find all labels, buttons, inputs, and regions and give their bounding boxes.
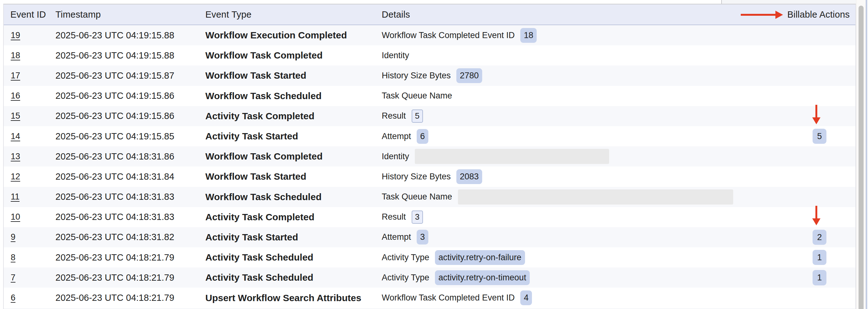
detail-label: Task Queue Name [382, 91, 452, 101]
event-id-link[interactable]: 18 [11, 51, 20, 60]
table-row[interactable]: 18 2025-06-23 UTC 04:19:15.88 Workflow T… [4, 45, 856, 65]
detail-label: Activity Type [382, 253, 429, 263]
details-cell: History Size Bytes 2780 [382, 65, 748, 85]
vertical-scrollbar-track[interactable] [856, 0, 866, 309]
details-cell: Workflow Task Completed Event ID 4 [382, 287, 748, 308]
billable-actions-cell [794, 146, 845, 167]
event-type-cell: Workflow Task Completed [205, 45, 322, 65]
event-type-cell: Activity Task Started [205, 227, 298, 247]
details-cell: Attempt 6 [382, 126, 748, 146]
column-header-timestamp: Timestamp [56, 4, 101, 25]
event-id-cell: 13 [11, 146, 20, 167]
event-id-link[interactable]: 7 [11, 273, 16, 282]
event-id-link[interactable]: 16 [11, 91, 20, 101]
table-row[interactable]: 16 2025-06-23 UTC 04:19:15.86 Workflow T… [4, 86, 856, 106]
table-row[interactable]: 9 2025-06-23 UTC 04:18:31.82 Activity Ta… [4, 227, 856, 247]
event-id-cell: 16 [11, 86, 20, 106]
event-id-link[interactable]: 17 [11, 71, 20, 80]
detail-label: History Size Bytes [382, 71, 451, 80]
event-id-cell: 7 [11, 268, 16, 287]
table-body: 19 2025-06-23 UTC 04:19:15.88 Workflow E… [4, 25, 856, 309]
detail-value-badge: 4 [520, 290, 532, 305]
event-id-link[interactable]: 19 [11, 31, 20, 40]
event-id-cell: 10 [11, 207, 20, 227]
event-id-cell: 6 [11, 287, 16, 308]
table-row[interactable]: 17 2025-06-23 UTC 04:19:15.87 Workflow T… [4, 65, 856, 85]
detail-label: Attempt [382, 232, 411, 242]
event-id-link[interactable]: 10 [11, 212, 20, 222]
table-row[interactable]: 11 2025-06-23 UTC 04:18:31.83 Workflow T… [4, 187, 856, 207]
event-id-cell: 15 [11, 106, 20, 126]
details-cell: Task Queue Name [382, 86, 748, 106]
table-row[interactable]: 8 2025-06-23 UTC 04:18:21.79 Activity Ta… [4, 247, 856, 268]
details-cell: Identity [382, 146, 748, 167]
event-type-cell: Workflow Task Started [205, 65, 306, 85]
vertical-scrollbar-thumb[interactable] [859, 6, 864, 309]
event-id-link[interactable]: 15 [11, 111, 20, 121]
detail-label: Task Queue Name [382, 192, 452, 202]
table-row[interactable]: 19 2025-06-23 UTC 04:19:15.88 Workflow E… [4, 25, 856, 45]
event-id-cell: 11 [11, 187, 20, 207]
event-id-link[interactable]: 14 [11, 132, 20, 141]
table-row[interactable]: 12 2025-06-23 UTC 04:18:31.84 Workflow T… [4, 167, 856, 186]
timestamp-cell: 2025-06-23 UTC 04:18:21.79 [56, 247, 174, 268]
details-cell: Workflow Task Completed Event ID 18 [382, 25, 748, 45]
event-type-cell: Activity Task Started [205, 126, 298, 146]
billable-actions-badge: 5 [812, 129, 827, 144]
event-id-link[interactable]: 11 [11, 192, 20, 202]
detail-label: Identity [382, 51, 409, 60]
detail-value-badge: 3 [412, 210, 423, 224]
event-id-cell: 19 [11, 25, 20, 45]
detail-value-badge: activity.retry-on-timeout [435, 270, 530, 285]
column-header-event-type: Event Type [205, 4, 252, 25]
event-id-link[interactable]: 6 [11, 293, 16, 303]
event-type-cell: Workflow Task Started [205, 167, 306, 186]
details-cell: Task Queue Name [382, 187, 748, 207]
billable-actions-cell [794, 65, 845, 85]
event-type-cell: Workflow Task Completed [205, 146, 322, 167]
timestamp-cell: 2025-06-23 UTC 04:19:15.86 [56, 86, 174, 106]
event-id-link[interactable]: 12 [11, 172, 20, 181]
timestamp-cell: 2025-06-23 UTC 04:19:15.88 [56, 45, 174, 65]
event-history-screen: Event ID Timestamp Event Type Details Bi… [0, 0, 868, 309]
timestamp-cell: 2025-06-23 UTC 04:18:31.86 [56, 146, 174, 167]
table-row[interactable]: 7 2025-06-23 UTC 04:18:21.79 Activity Ta… [4, 268, 856, 287]
event-id-link[interactable]: 8 [11, 253, 16, 263]
detail-label: Result [382, 212, 406, 222]
table-row[interactable]: 10 2025-06-23 UTC 04:18:31.83 Activity T… [4, 207, 856, 227]
details-cell: Attempt 3 [382, 227, 748, 247]
billable-actions-badge: 2 [812, 230, 827, 245]
column-header-event-id: Event ID [10, 4, 46, 25]
timestamp-cell: 2025-06-23 UTC 04:18:31.82 [56, 227, 174, 247]
event-type-cell: Workflow Task Scheduled [205, 187, 321, 207]
event-id-cell: 17 [11, 65, 20, 85]
event-id-cell: 18 [11, 45, 20, 65]
details-cell: History Size Bytes 2083 [382, 167, 748, 186]
timestamp-cell: 2025-06-23 UTC 04:18:31.83 [56, 187, 174, 207]
billable-actions-cell [794, 207, 845, 227]
timestamp-cell: 2025-06-23 UTC 04:18:21.79 [56, 287, 174, 308]
event-id-link[interactable]: 9 [11, 232, 16, 242]
billable-actions-badge: 1 [812, 250, 827, 265]
billable-actions-cell: 2 [794, 227, 845, 247]
table-header-row: Event ID Timestamp Event Type Details Bi… [4, 4, 856, 25]
billable-actions-cell: 5 [794, 126, 845, 146]
table-row[interactable]: 14 2025-06-23 UTC 04:19:15.85 Activity T… [4, 126, 856, 146]
event-id-cell: 14 [11, 126, 20, 146]
billable-actions-cell: 1 [794, 268, 845, 287]
table-row[interactable]: 15 2025-06-23 UTC 04:19:15.86 Activity T… [4, 106, 856, 126]
table-row[interactable]: 6 2025-06-23 UTC 04:18:21.79 Upsert Work… [4, 287, 856, 308]
billable-actions-cell [794, 167, 845, 186]
event-type-cell: Activity Task Completed [205, 106, 314, 126]
detail-label: Workflow Task Completed Event ID [382, 293, 515, 303]
billable-actions-cell [794, 287, 845, 308]
detail-value-badge: 5 [412, 109, 423, 123]
event-type-cell: Activity Task Completed [205, 207, 314, 227]
detail-value-badge: activity.retry-on-failure [435, 250, 525, 265]
redacted-value-box [458, 190, 733, 205]
timestamp-cell: 2025-06-23 UTC 04:18:21.79 [56, 268, 174, 287]
table-row[interactable]: 13 2025-06-23 UTC 04:18:31.86 Workflow T… [4, 146, 856, 167]
billable-actions-cell [794, 86, 845, 106]
billable-actions-cell [794, 106, 845, 126]
event-id-link[interactable]: 13 [11, 152, 20, 162]
